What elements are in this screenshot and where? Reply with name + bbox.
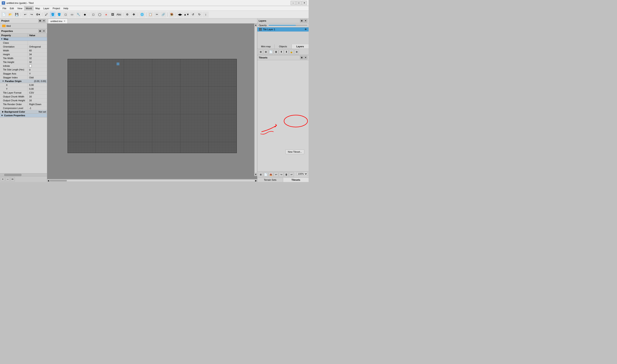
tb-new[interactable]: 📄 [1,12,7,18]
layer-visibility-icon[interactable]: 👁 [305,28,307,31]
tb-save[interactable]: 💾 [14,12,20,18]
tab-terrain-sets[interactable]: Terrain Sets [257,178,283,182]
new-tileset-button[interactable]: New Tileset... [285,149,304,154]
prop-val-staggeraxis[interactable]: Y [28,72,47,75]
layers-float-btn[interactable]: ⊞ [300,19,303,23]
project-float-btn[interactable]: ⊞ [38,19,42,23]
tb-settings[interactable]: ⚙▾ [35,12,41,18]
tab-close-btn[interactable]: ✕ [64,20,65,22]
tb-copy[interactable]: 📋 [148,12,153,18]
layer-lock-btn[interactable]: 🔒 [289,50,294,54]
tb-rot-r[interactable]: ↻ [196,12,202,18]
tb-ellipse[interactable]: ◯ [97,12,103,18]
menu-world[interactable]: World [24,6,34,11]
canvas-hscroll[interactable]: ◀ ▶ [47,179,257,182]
tileset-edit-btn[interactable]: 📄 [263,172,268,177]
left-hscroll-thumb[interactable] [4,174,21,176]
tilesets-float-btn[interactable]: ⊞ [300,56,303,59]
tb-magic[interactable]: ◆ [82,12,88,18]
vscroll-up[interactable]: ▲ [255,24,257,26]
tb-transform[interactable]: ↕ [203,12,209,18]
tileset-redo-btn[interactable]: ↪ [279,172,283,177]
prop-val-tilewidth[interactable]: 32 [28,56,47,60]
tileset-reset-btn[interactable]: ↩ [289,172,294,177]
layers-close-btn[interactable]: ✕ [304,19,307,23]
layer-down-btn[interactable]: ⬇ [284,50,289,54]
project-close-btn[interactable]: ✕ [42,19,46,23]
menu-help[interactable]: Help [62,6,70,11]
tb-link[interactable]: 🔗 [160,12,166,18]
layer-add-tile-btn[interactable]: ⊞ [258,50,263,54]
menu-file[interactable]: File [1,6,8,11]
layer-add-obj-btn[interactable]: ⊞ [263,50,268,54]
hscroll-track[interactable] [50,180,255,182]
tab-minimap[interactable]: Mini-map [257,44,275,49]
tb-rot-l[interactable]: ↺ [190,12,196,18]
tb-cut[interactable]: ✂ [154,12,160,18]
tb-terrain[interactable]: 🪣 [50,12,56,18]
layer-add-img-btn[interactable]: 📄 [268,50,273,54]
hscroll-thumb[interactable] [50,180,67,181]
tab-objects[interactable]: Objects [275,44,292,49]
tb-move[interactable]: ✤ [131,12,137,18]
prop-val-width[interactable]: 60 [28,49,47,52]
layer-group-btn[interactable]: ⊕ [294,50,299,54]
prop-val-height[interactable]: 34 [28,52,47,56]
menu-map[interactable]: Map [34,6,41,11]
tb-polygon[interactable]: 🔺 [103,12,109,18]
tb-shape[interactable]: ◻ [63,12,68,18]
prop-val-orientation[interactable]: Orthogonal [28,45,47,48]
tileset-export-btn[interactable]: 📤 [268,172,273,177]
maximize-button[interactable]: □ [296,1,301,5]
tileset-del-btn[interactable]: 🗑 [284,172,289,177]
prop-val-tileheight[interactable]: 32 [28,60,47,64]
tree-item-tiled[interactable]: tiled [1,24,46,28]
tb-rect[interactable]: ◻ [90,12,96,18]
tb-open[interactable]: 📂 [7,12,13,18]
tb-redo[interactable]: ↪ [28,12,35,18]
prop-val-parallax-y[interactable]: 0,00 [28,87,47,91]
layer-item[interactable]: Tile Layer 1 👁 [257,27,308,31]
left-bottom-scrollbar[interactable] [0,173,47,176]
tb-text[interactable]: Abc [116,12,122,18]
tb-flip-v[interactable]: ▲▼ [183,12,189,18]
prop-val-staggerindex[interactable]: Odd [28,76,47,79]
tab-layers[interactable]: Layers [292,44,308,49]
tb-tileobj[interactable]: ⚙ [124,12,130,18]
add-property-btn[interactable]: + [1,177,5,181]
menu-layer[interactable]: Layer [41,6,51,11]
tileset-new-btn[interactable]: ⊞ [258,172,263,177]
prop-val-parallax-x[interactable]: 0,00 [28,83,47,87]
infinite-checkbox[interactable] [29,65,32,67]
prop-val-chunkheight[interactable]: 16 [28,99,47,102]
menu-project[interactable]: Project [51,6,62,11]
vscroll-down[interactable]: ▼ [255,173,257,176]
tb-snap[interactable]: 🪤 [169,12,175,18]
prop-val-tileside[interactable]: 0 [28,68,47,72]
prop-val-chunkwidth[interactable]: 16 [28,95,47,98]
tb-eraser[interactable]: ▭ [69,12,75,18]
properties-float-btn[interactable]: ⊞ [38,29,42,33]
hscroll-left[interactable]: ◀ [48,180,49,182]
tileset-undo-btn[interactable]: ↩ [274,172,278,177]
menu-edit[interactable]: Edit [8,6,16,11]
layer-up-btn[interactable]: ⬆ [279,50,283,54]
tb-select[interactable]: 🔧 [75,12,81,18]
prop-val-tilelayerformat[interactable]: CSV [28,91,47,94]
props-section-bgcolor[interactable]: ▶ Background Color Not set [0,110,47,114]
minimize-button[interactable]: – [291,1,296,5]
close-button[interactable]: ✕ [302,1,307,5]
prop-val-class[interactable] [28,41,47,45]
layer-del-btn[interactable]: 🗑 [274,50,278,54]
tb-stamp[interactable]: 🖊 [43,12,49,18]
hscroll-right[interactable]: ▶ [255,180,257,182]
prop-val-renderorder[interactable]: Right Down [28,102,47,106]
props-section-custom[interactable]: ▼ Custom Properties [0,114,47,117]
props-section-parallax[interactable]: ▼ Parallax Origin (0.00, 0.00) [0,79,47,83]
tab-untitled[interactable]: untitled.tmx ✕ [48,19,68,23]
canvas-container[interactable]: ▲ ▼ [47,24,257,179]
canvas-vscroll[interactable]: ▲ ▼ [254,24,257,176]
zoom-select[interactable]: 100% [297,172,308,176]
prop-val-infinite[interactable] [28,64,47,68]
tb-world[interactable]: 🌐 [139,12,145,18]
